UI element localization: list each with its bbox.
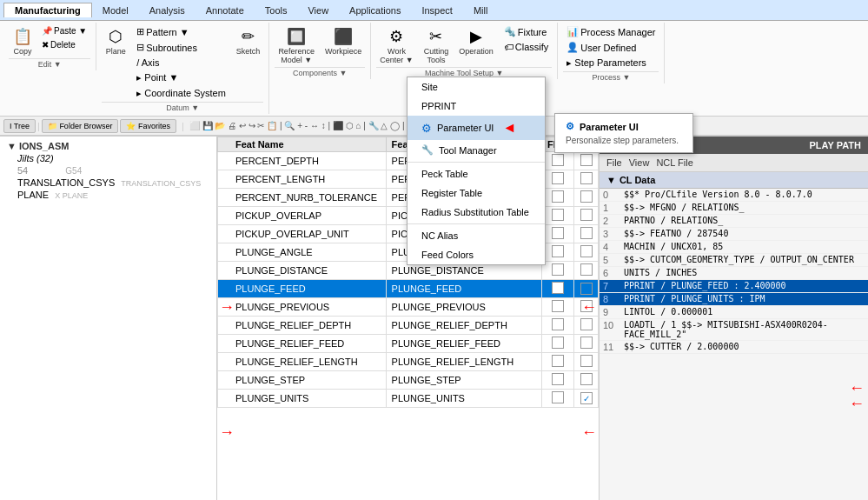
operation-button[interactable]: ▶ Operation: [455, 24, 497, 66]
tab-applications[interactable]: Applications: [339, 3, 411, 17]
tree-item-plane[interactable]: PLANE X PLANE: [3, 189, 213, 201]
tab-annotate[interactable]: Annotate: [195, 3, 255, 17]
plane-button[interactable]: ⬡ Plane: [102, 24, 129, 101]
cl-data-row: 7PPRINT / PLUNGE_FEED : 2.400000: [600, 280, 868, 293]
favorites-btn[interactable]: ⭐ Favorites: [120, 119, 176, 133]
pprint-label: PPRINT: [421, 101, 456, 111]
s-cell[interactable]: [574, 353, 599, 371]
dropdown-peck-table[interactable]: Peck Table: [407, 164, 545, 183]
table-row[interactable]: PLUNGE_STEPPLUNGE_STEP: [218, 371, 599, 390]
copy-icon: 📋: [12, 26, 33, 47]
user-defined-button[interactable]: 👤 User Defined: [563, 40, 659, 55]
coordinate-system-button[interactable]: ▸ Coordinate System: [133, 86, 229, 101]
fixt-cell[interactable]: [541, 225, 574, 243]
clipboard-group-label: Edit ▼: [9, 58, 90, 69]
tab-inspect[interactable]: Inspect: [411, 3, 462, 17]
s-cell[interactable]: [574, 189, 599, 207]
cl-row-text: $$-> CUTCOM_GEOMETRY_TYPE / OUTPUT_ON_CE…: [624, 255, 865, 265]
dropdown-feed-colors[interactable]: Feed Colors: [407, 245, 545, 264]
fixt-cell[interactable]: [541, 262, 574, 280]
sketch-button[interactable]: ✏ Sketch: [233, 24, 264, 101]
workpiece-button[interactable]: ⬛ Workpiece: [321, 24, 365, 66]
table-row[interactable]: PLUNGE_RELIEF_DEPTHPLUNGE_RELIEF_DEPTH: [218, 317, 599, 335]
dropdown-tool-manager[interactable]: 🔧 Tool Manager: [407, 140, 545, 160]
process-manager-button[interactable]: 📊 Process Manager: [563, 24, 659, 39]
cl-row-num: 5: [603, 255, 624, 265]
table-row[interactable]: PLUNGE_UNITSPLUNGE_UNITS: [218, 390, 599, 408]
fixt-cell[interactable]: [541, 371, 574, 390]
fixt-cell[interactable]: [541, 298, 574, 317]
machine-tool-setup-dropdown[interactable]: Site PPRINT ⚙ Parameter UI ◄ 🔧 Tool Mana…: [407, 77, 546, 265]
s-cell[interactable]: [574, 371, 599, 390]
tab-manufacturing[interactable]: Manufacturing: [3, 3, 92, 17]
dropdown-nc-alias[interactable]: NC Alias: [407, 226, 545, 245]
work-center-button[interactable]: ⚙ Work Center ▼: [376, 24, 416, 66]
feat-name-cell: PERCENT_LENGTH: [218, 170, 387, 189]
cl-data-row: 3$$-> FEATNO / 287540: [600, 228, 868, 241]
fixt-cell[interactable]: [541, 152, 574, 170]
table-row[interactable]: PLUNGE_RELIEF_LENGTHPLUNGE_RELIEF_LENGTH: [218, 353, 599, 371]
col-header-feat-name: Feat Name: [218, 137, 387, 152]
tree-item-translation-csys[interactable]: TRANSLATION_CSYS TRANSLATION_CSYS: [3, 177, 213, 189]
axis-button[interactable]: / Axis: [133, 56, 229, 70]
s-cell[interactable]: [574, 335, 599, 353]
nc-alias-label: NC Alias: [421, 230, 458, 241]
paste-button[interactable]: 📌 Paste ▼: [38, 24, 90, 37]
folder-browser-btn[interactable]: 📁 Folder Browser: [42, 119, 119, 133]
play-path-view[interactable]: View: [629, 157, 650, 168]
table-row[interactable]: PLUNGE_RELIEF_FEEDPLUNGE_RELIEF_FEED: [218, 335, 599, 353]
feat-id-cell: PLUNGE_PREVIOUS: [386, 298, 541, 317]
fixt-cell[interactable]: [541, 353, 574, 371]
tab-view[interactable]: View: [297, 3, 339, 17]
fixture-button[interactable]: 🔩 Fixture: [500, 24, 553, 39]
s-cell[interactable]: [574, 280, 599, 298]
s-cell[interactable]: [574, 262, 599, 280]
s-cell[interactable]: [574, 243, 599, 262]
classify-button[interactable]: 🏷 Classify: [500, 40, 553, 54]
cl-row-num: 11: [603, 342, 624, 352]
reference-model-button[interactable]: 🔲 Reference Model ▼: [275, 24, 318, 66]
subroutines-button[interactable]: ⊟ Subroutines: [133, 40, 229, 55]
s-cell[interactable]: [574, 152, 599, 170]
s-cell[interactable]: [574, 225, 599, 243]
tab-analysis[interactable]: Analysis: [139, 3, 195, 17]
copy-button[interactable]: 📋 Copy: [9, 24, 36, 57]
cl-row-text: $$* Pro/CLfile Version 8.0 - 8.0.7.0: [624, 190, 865, 200]
fixt-cell[interactable]: [541, 317, 574, 335]
step-parameters-button[interactable]: ▸ Step Parameters: [563, 56, 659, 70]
fixt-cell[interactable]: [541, 207, 574, 225]
delete-button[interactable]: ✖ Delete: [38, 38, 90, 51]
s-cell[interactable]: [574, 170, 599, 189]
pattern-button[interactable]: ⊞ Pattern ▼: [133, 24, 229, 39]
tab-tools[interactable]: Tools: [255, 3, 298, 17]
play-path-ncl-file[interactable]: NCL File: [656, 157, 692, 168]
table-row[interactable]: PLUNGE_PREVIOUSPLUNGE_PREVIOUS: [218, 298, 599, 317]
fixt-cell[interactable]: [541, 280, 574, 298]
tree-item-jilts[interactable]: Jilts (32): [3, 152, 213, 164]
paste-label: Paste ▼: [54, 26, 87, 36]
s-cell[interactable]: [574, 207, 599, 225]
table-row[interactable]: PLUNGE_FEEDPLUNGE_FEED: [218, 280, 599, 298]
tree-item-54[interactable]: 54 G54: [3, 164, 213, 177]
fixt-cell[interactable]: [541, 243, 574, 262]
dropdown-pprint[interactable]: PPRINT: [407, 97, 545, 116]
play-path-file[interactable]: File: [606, 157, 622, 168]
tab-model[interactable]: Model: [92, 3, 139, 17]
dropdown-site[interactable]: Site: [407, 77, 545, 97]
s-cell[interactable]: [574, 390, 599, 408]
cutting-tools-button[interactable]: ✂ Cutting Tools: [421, 24, 453, 66]
dropdown-register-table[interactable]: Register Table: [407, 183, 545, 203]
tab-mill[interactable]: Mill: [463, 3, 499, 17]
point-button[interactable]: ▸ Point ▼: [133, 70, 229, 85]
dropdown-parameter-ui[interactable]: ⚙ Parameter UI ◄: [407, 116, 545, 140]
fixt-cell[interactable]: [541, 170, 574, 189]
fixt-cell[interactable]: [541, 335, 574, 353]
dropdown-radius-sub[interactable]: Radius Substitution Table: [407, 203, 545, 222]
feat-name-cell: PERCENT_NURB_TOLERANCE: [218, 189, 387, 207]
fixt-cell[interactable]: [541, 189, 574, 207]
fixt-cell[interactable]: [541, 390, 574, 408]
toolbar-btn-1[interactable]: I Tree: [3, 119, 36, 133]
tree-item-ions-asm[interactable]: ▼ IONS_ASM: [3, 140, 213, 152]
s-cell[interactable]: [574, 317, 599, 335]
feat-id-cell: PLUNGE_RELIEF_FEED: [386, 335, 541, 353]
